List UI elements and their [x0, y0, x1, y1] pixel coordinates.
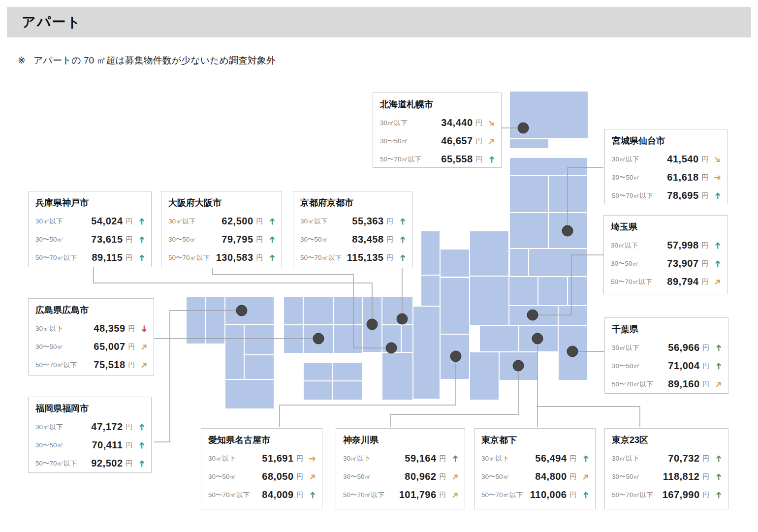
- yen-suffix: 円: [297, 472, 304, 481]
- size-range-label: 50〜70㎡以下: [208, 491, 254, 500]
- yen-suffix: 円: [703, 362, 710, 371]
- trend-right-arrow-icon: ➔: [714, 173, 721, 182]
- size-range-label: 30〜50㎡: [35, 235, 82, 244]
- price-row: 30㎡以下62,500円➔: [168, 216, 276, 227]
- trend-down-arrow-icon: ➔: [139, 325, 148, 332]
- trend-up-arrow-icon: ➔: [482, 155, 495, 164]
- map-tile: [538, 277, 567, 305]
- yen-suffix: 円: [440, 491, 446, 500]
- price-row: 30〜50㎡83,458円➔: [300, 234, 406, 245]
- trend-up-right-arrow-icon: ➔: [307, 471, 318, 482]
- map-tile: [382, 353, 412, 400]
- map-tile: [284, 325, 303, 353]
- trend-down-right-arrow-icon: ➔: [708, 155, 721, 164]
- trend-up-arrow-icon: ➔: [714, 473, 723, 480]
- map-tile: [480, 326, 518, 351]
- trend-up-right-arrow-icon: ➔: [580, 471, 591, 482]
- region-title: 千葉県: [612, 323, 722, 335]
- map-tile: [413, 307, 440, 399]
- price-value: 56,494: [528, 453, 567, 464]
- yen-suffix: 円: [256, 253, 263, 262]
- city-marker-kyoto: [397, 313, 408, 324]
- trend-up-right-arrow-icon: ➔: [303, 472, 316, 481]
- city-marker-sapporo: [518, 123, 529, 133]
- map-tile: [333, 381, 362, 400]
- price-row: 30㎡以下51,691円➔: [208, 453, 316, 464]
- yen-suffix: 円: [440, 472, 446, 481]
- price-value: 54,024: [82, 216, 123, 227]
- trend-up-arrow-icon: ➔: [446, 454, 459, 463]
- yen-suffix: 円: [702, 173, 709, 182]
- size-range-label: 30〜50㎡: [612, 362, 658, 371]
- trend-up-right-arrow-icon: ➔: [712, 276, 723, 287]
- price-row: 30㎡以下59,164円➔: [343, 453, 459, 464]
- yen-suffix: 円: [297, 454, 304, 463]
- price-value: 130,583: [215, 252, 253, 263]
- price-row: 30〜50㎡65,007円➔: [35, 341, 148, 352]
- yen-suffix: 円: [702, 259, 709, 268]
- yen-suffix: 円: [128, 361, 135, 370]
- price-row: 50〜70㎡以下75,518円➔: [35, 359, 148, 371]
- yen-suffix: 円: [570, 454, 577, 463]
- price-row: 30㎡以下41,540円➔: [612, 154, 721, 165]
- map-tile: [421, 231, 440, 275]
- size-range-label: 30㎡以下: [300, 217, 347, 226]
- region-title: 埼玉県: [611, 221, 721, 233]
- trend-up-right-arrow-icon: ➔: [135, 361, 148, 370]
- region-title: 愛知県名古屋市: [208, 434, 316, 446]
- trend-up-right-arrow-icon: ➔: [449, 471, 461, 482]
- trend-up-arrow-icon: ➔: [713, 242, 722, 249]
- trend-up-arrow-icon: ➔: [132, 423, 145, 432]
- price-value: 118,812: [658, 471, 700, 482]
- callout-connector-line: [537, 407, 640, 427]
- trend-up-arrow-icon: ➔: [714, 344, 723, 351]
- price-row: 30〜50㎡84,800円➔: [481, 471, 589, 482]
- trend-up-arrow-icon: ➔: [263, 253, 276, 262]
- size-range-label: 50〜70㎡以下: [612, 491, 658, 500]
- region-title: 東京23区: [612, 434, 722, 446]
- size-range-label: 50〜70㎡以下: [35, 253, 82, 262]
- price-row: 30〜50㎡71,004円➔: [612, 360, 722, 372]
- size-range-label: 50〜70㎡以下: [612, 380, 658, 389]
- region-title: 大阪府大阪市: [168, 197, 276, 209]
- size-range-label: 30㎡以下: [612, 454, 658, 463]
- region-box-chiba: 千葉県30㎡以下56,966円➔30〜50㎡71,004円➔50〜70㎡以下89…: [604, 317, 728, 394]
- trend-up-arrow-icon: ➔: [393, 235, 406, 244]
- city-marker-tokyo: [532, 333, 543, 344]
- trend-up-arrow-icon: ➔: [398, 254, 407, 261]
- price-value: 41,540: [658, 154, 699, 165]
- yen-suffix: 円: [128, 343, 135, 351]
- region-box-hiroshima: 広島県広島市30㎡以下48,359円➔30〜50㎡65,007円➔50〜70㎡以…: [28, 298, 154, 376]
- region-box-saitama: 埼玉県30㎡以下57,998円➔30〜50㎡73,907円➔50〜70㎡以下89…: [603, 215, 727, 294]
- trend-up-arrow-icon: ➔: [581, 455, 590, 462]
- price-row: 50〜70㎡以下89,115円➔: [35, 252, 145, 263]
- yen-suffix: 円: [476, 119, 483, 127]
- price-row: 50〜70㎡以下115,135円➔: [300, 252, 406, 263]
- trend-up-arrow-icon: ➔: [132, 235, 145, 244]
- map-tile: [510, 213, 548, 248]
- trend-up-arrow-icon: ➔: [267, 218, 276, 225]
- trend-up-right-arrow-icon: ➔: [135, 343, 148, 351]
- map-tile: [510, 158, 587, 175]
- trend-up-arrow-icon: ➔: [576, 491, 589, 500]
- map-tile: [568, 277, 587, 305]
- trend-up-arrow-icon: ➔: [263, 235, 276, 244]
- yen-suffix: 円: [387, 217, 394, 226]
- trend-up-arrow-icon: ➔: [132, 253, 145, 262]
- trend-up-right-arrow-icon: ➔: [713, 378, 724, 390]
- map-tile: [245, 355, 274, 379]
- map-tile: [334, 297, 362, 324]
- city-marker-kobe: [367, 319, 378, 330]
- city-marker-sendai: [562, 225, 573, 236]
- trend-up-arrow-icon: ➔: [709, 454, 722, 463]
- trend-up-right-arrow-icon: ➔: [449, 489, 461, 501]
- trend-up-arrow-icon: ➔: [714, 362, 723, 370]
- size-range-label: 30㎡以下: [380, 119, 426, 127]
- trend-up-arrow-icon: ➔: [137, 218, 146, 225]
- yen-suffix: 円: [570, 472, 577, 481]
- yen-suffix: 円: [570, 491, 577, 500]
- trend-up-arrow-icon: ➔: [137, 423, 146, 431]
- yen-suffix: 円: [126, 423, 133, 432]
- region-box-sapporo: 北海道札幌市30㎡以下34,440円➔30〜50㎡46,657円➔50〜70㎡以…: [373, 93, 502, 168]
- price-value: 80,962: [389, 471, 437, 482]
